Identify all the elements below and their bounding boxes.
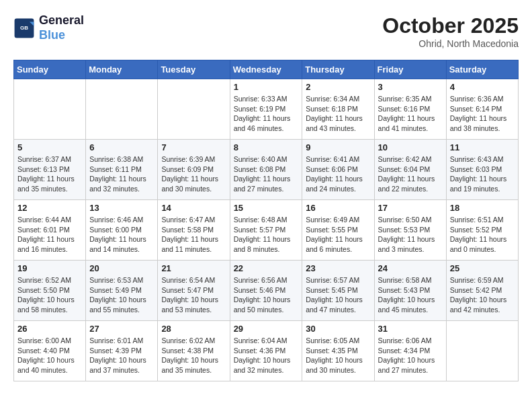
day-info: Sunrise: 6:33 AMSunset: 6:19 PMDaylight:… [234,94,299,134]
calendar-cell: 5Sunrise: 6:37 AMSunset: 6:13 PMDaylight… [14,140,86,200]
calendar-cell: 29Sunrise: 6:04 AMSunset: 4:36 PMDayligh… [230,321,302,381]
calendar-cell: 16Sunrise: 6:49 AMSunset: 5:55 PMDayligh… [302,200,374,261]
day-info: Sunrise: 6:04 AMSunset: 4:36 PMDaylight:… [234,336,299,375]
calendar-cell [14,79,86,140]
day-number: 17 [378,203,443,213]
calendar-cell: 6Sunrise: 6:38 AMSunset: 6:11 PMDaylight… [86,140,158,200]
calendar-cell: 26Sunrise: 6:00 AMSunset: 4:40 PMDayligh… [14,321,86,381]
calendar-cell: 13Sunrise: 6:46 AMSunset: 6:00 PMDayligh… [86,200,158,261]
day-number: 12 [17,203,82,213]
day-info: Sunrise: 6:06 AMSunset: 4:34 PMDaylight:… [378,336,443,375]
weekday-header: Friday [374,60,446,79]
day-info: Sunrise: 6:47 AMSunset: 5:58 PMDaylight:… [161,215,226,255]
calendar-cell: 11Sunrise: 6:43 AMSunset: 6:03 PMDayligh… [446,140,518,200]
day-info: Sunrise: 6:50 AMSunset: 5:53 PMDaylight:… [378,215,443,255]
calendar-cell: 2Sunrise: 6:34 AMSunset: 6:18 PMDaylight… [302,79,374,140]
month-title: October 2025 [382,13,519,38]
day-info: Sunrise: 6:51 AMSunset: 5:52 PMDaylight:… [450,215,515,255]
day-number: 8 [234,142,299,152]
logo-line1: General [39,13,84,28]
weekday-header: Saturday [446,60,518,79]
day-info: Sunrise: 6:34 AMSunset: 6:18 PMDaylight:… [306,94,370,134]
logo-text: General Blue [39,13,84,42]
calendar-cell: 1Sunrise: 6:33 AMSunset: 6:19 PMDaylight… [230,79,302,140]
calendar-header-row: SundayMondayTuesdayWednesdayThursdayFrid… [14,60,519,79]
calendar-cell: 15Sunrise: 6:48 AMSunset: 5:57 PMDayligh… [230,200,302,261]
day-number: 23 [306,263,370,273]
calendar-cell [446,321,518,381]
weekday-header: Thursday [302,60,374,79]
calendar-cell: 25Sunrise: 6:59 AMSunset: 5:42 PMDayligh… [446,261,518,321]
day-number: 27 [89,324,154,334]
day-number: 9 [306,142,370,152]
calendar-cell: 27Sunrise: 6:01 AMSunset: 4:39 PMDayligh… [86,321,158,381]
calendar-cell: 12Sunrise: 6:44 AMSunset: 6:01 PMDayligh… [14,200,86,261]
calendar-cell: 22Sunrise: 6:56 AMSunset: 5:46 PMDayligh… [230,261,302,321]
day-info: Sunrise: 6:43 AMSunset: 6:03 PMDaylight:… [450,154,515,194]
weekday-header: Sunday [14,60,86,79]
day-info: Sunrise: 6:35 AMSunset: 6:16 PMDaylight:… [378,94,443,134]
day-number: 15 [234,203,299,213]
day-info: Sunrise: 6:54 AMSunset: 5:47 PMDaylight:… [161,275,226,315]
day-info: Sunrise: 6:39 AMSunset: 6:09 PMDaylight:… [161,154,226,194]
day-info: Sunrise: 6:05 AMSunset: 4:35 PMDaylight:… [306,336,370,375]
calendar-cell: 14Sunrise: 6:47 AMSunset: 5:58 PMDayligh… [158,200,230,261]
day-info: Sunrise: 6:42 AMSunset: 6:04 PMDaylight:… [378,154,443,194]
day-info: Sunrise: 6:49 AMSunset: 5:55 PMDaylight:… [306,215,370,255]
day-number: 11 [450,142,515,152]
day-info: Sunrise: 6:44 AMSunset: 6:01 PMDaylight:… [17,215,82,255]
day-number: 13 [89,203,154,213]
day-info: Sunrise: 6:37 AMSunset: 6:13 PMDaylight:… [17,154,82,194]
calendar-cell: 18Sunrise: 6:51 AMSunset: 5:52 PMDayligh… [446,200,518,261]
day-number: 7 [161,142,226,152]
calendar-cell: 28Sunrise: 6:02 AMSunset: 4:38 PMDayligh… [158,321,230,381]
day-number: 16 [306,203,370,213]
day-number: 21 [161,263,226,273]
calendar-week-row: 19Sunrise: 6:52 AMSunset: 5:50 PMDayligh… [14,261,519,321]
day-info: Sunrise: 6:53 AMSunset: 5:49 PMDaylight:… [89,275,154,315]
calendar-cell: 31Sunrise: 6:06 AMSunset: 4:34 PMDayligh… [374,321,446,381]
calendar-cell: 9Sunrise: 6:41 AMSunset: 6:06 PMDaylight… [302,140,374,200]
day-info: Sunrise: 6:59 AMSunset: 5:42 PMDaylight:… [450,275,515,315]
day-info: Sunrise: 6:48 AMSunset: 5:57 PMDaylight:… [234,215,299,255]
logo: GB General Blue [13,13,84,42]
day-info: Sunrise: 6:01 AMSunset: 4:39 PMDaylight:… [89,336,154,375]
weekday-header: Wednesday [230,60,302,79]
calendar-cell: 10Sunrise: 6:42 AMSunset: 6:04 PMDayligh… [374,140,446,200]
day-number: 25 [450,263,515,273]
day-info: Sunrise: 6:57 AMSunset: 5:45 PMDaylight:… [306,275,370,315]
calendar-cell: 19Sunrise: 6:52 AMSunset: 5:50 PMDayligh… [14,261,86,321]
day-number: 6 [89,142,154,152]
calendar-week-row: 26Sunrise: 6:00 AMSunset: 4:40 PMDayligh… [14,321,519,381]
day-number: 30 [306,324,370,334]
calendar-week-row: 1Sunrise: 6:33 AMSunset: 6:19 PMDaylight… [14,79,519,140]
calendar-cell [158,79,230,140]
day-info: Sunrise: 6:40 AMSunset: 6:08 PMDaylight:… [234,154,299,194]
calendar-cell: 7Sunrise: 6:39 AMSunset: 6:09 PMDaylight… [158,140,230,200]
day-number: 5 [17,142,82,152]
day-info: Sunrise: 6:56 AMSunset: 5:46 PMDaylight:… [234,275,299,315]
day-info: Sunrise: 6:02 AMSunset: 4:38 PMDaylight:… [161,336,226,375]
title-block: October 2025 Ohrid, North Macedonia [382,13,519,49]
day-number: 28 [161,324,226,334]
logo-line2: Blue [39,28,65,42]
day-number: 22 [234,263,299,273]
calendar-cell: 20Sunrise: 6:53 AMSunset: 5:49 PMDayligh… [86,261,158,321]
calendar-cell: 24Sunrise: 6:58 AMSunset: 5:43 PMDayligh… [374,261,446,321]
weekday-header: Tuesday [158,60,230,79]
day-number: 2 [306,82,370,92]
day-number: 1 [234,82,299,92]
day-info: Sunrise: 6:58 AMSunset: 5:43 PMDaylight:… [378,275,443,315]
day-info: Sunrise: 6:41 AMSunset: 6:06 PMDaylight:… [306,154,370,194]
svg-text:GB: GB [20,24,28,30]
day-number: 18 [450,203,515,213]
day-number: 19 [17,263,82,273]
calendar-week-row: 5Sunrise: 6:37 AMSunset: 6:13 PMDaylight… [14,140,519,200]
calendar-cell [86,79,158,140]
calendar-cell: 4Sunrise: 6:36 AMSunset: 6:14 PMDaylight… [446,79,518,140]
day-info: Sunrise: 6:52 AMSunset: 5:50 PMDaylight:… [17,275,82,315]
day-info: Sunrise: 6:46 AMSunset: 6:00 PMDaylight:… [89,215,154,255]
calendar-cell: 8Sunrise: 6:40 AMSunset: 6:08 PMDaylight… [230,140,302,200]
calendar-cell: 3Sunrise: 6:35 AMSunset: 6:16 PMDaylight… [374,79,446,140]
calendar-cell: 21Sunrise: 6:54 AMSunset: 5:47 PMDayligh… [158,261,230,321]
